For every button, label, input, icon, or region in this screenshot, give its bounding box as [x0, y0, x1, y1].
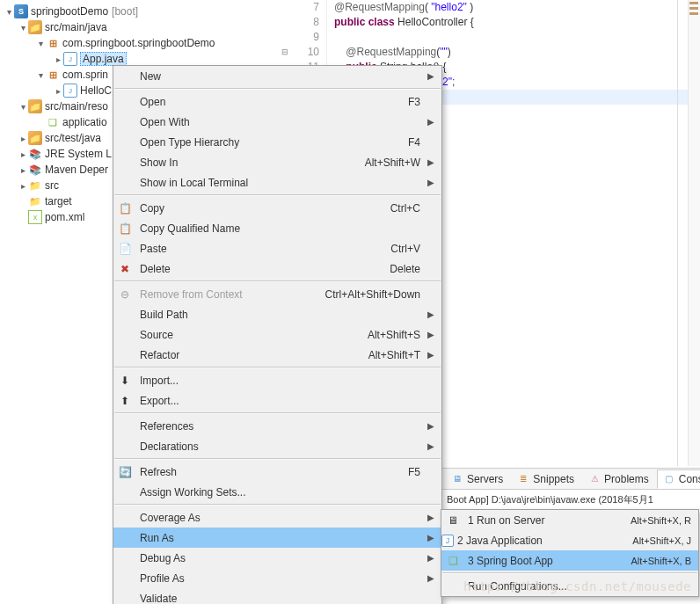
menu-item-validate[interactable]: Validate: [113, 588, 441, 604]
menu-item-run-as[interactable]: Run As▶: [113, 528, 441, 548]
menu-label: Build Path: [136, 309, 426, 321]
menu-label: References: [136, 420, 426, 433]
submenu-label: 3 Spring Boot App: [464, 555, 631, 567]
package-icon: ⊞: [46, 36, 60, 50]
menu-shortcut: Alt+Shift+S: [368, 329, 426, 341]
submenu-arrow-icon: ▶: [426, 117, 436, 127]
blank-icon: [113, 132, 136, 152]
menu-item-paste[interactable]: 📄PasteCtrl+V: [113, 238, 441, 258]
menu-item-remove-from-context[interactable]: ⊖Remove from ContextCtrl+Alt+Shift+Down: [113, 284, 441, 304]
menu-label: Debug As: [136, 552, 426, 564]
library-icon: 📚: [28, 147, 42, 161]
menu-item-declarations[interactable]: Declarations▶: [113, 436, 441, 456]
menu-item-debug-as[interactable]: Debug As▶: [113, 548, 441, 568]
menu-label: Paste: [136, 243, 390, 255]
menu-item-show-in[interactable]: Show InAlt+Shift+W▶: [113, 152, 441, 172]
menu-item-profile-as[interactable]: Profile As▶: [113, 568, 441, 588]
snippets-icon: ≣: [517, 473, 529, 485]
submenu-item-run-configurations[interactable]: Run Configurations...: [441, 576, 698, 596]
menu-item-references[interactable]: References▶: [113, 416, 441, 436]
tree-label-selected: App.java: [80, 52, 127, 66]
blank-icon: [113, 324, 136, 345]
menu-shortcut: Ctrl+C: [390, 202, 426, 215]
menu-label: Export...: [136, 395, 426, 407]
gutter-fold-line[interactable]: 10⊟: [290, 45, 319, 60]
chevron-down-icon[interactable]: ▾: [18, 23, 28, 33]
menu-item-refactor[interactable]: RefactorAlt+Shift+T▶: [113, 345, 441, 365]
menu-item-open-with[interactable]: Open With▶: [113, 112, 441, 132]
menu-label: Delete: [136, 263, 390, 275]
chevron-down-icon[interactable]: ▾: [4, 7, 14, 17]
submenu-label: 1 Run on Server: [464, 514, 631, 527]
chevron-right-icon[interactable]: ▸: [18, 181, 28, 191]
tree-project-root[interactable]: ▾ S springbootDemo [boot]: [0, 4, 290, 19]
menu-item-copy[interactable]: 📋CopyCtrl+C: [113, 198, 441, 218]
menu-item-source[interactable]: SourceAlt+Shift+S▶: [113, 324, 441, 345]
menu-label: Run As: [136, 532, 426, 544]
chevron-down-icon[interactable]: ▾: [35, 70, 46, 80]
chevron-down-icon[interactable]: ▾: [35, 39, 46, 48]
submenu-label: 2 Java Application: [454, 535, 632, 547]
submenu-shortcut: Alt+Shift+X, R: [631, 515, 691, 526]
menu-item-export[interactable]: ⬆Export...: [113, 390, 441, 411]
submenu-label: Run Configurations...: [464, 580, 691, 593]
tab-problems[interactable]: ⚠Problems: [582, 469, 655, 489]
menu-separator: [114, 458, 441, 460]
blank-icon: [441, 576, 464, 596]
blank-icon: [113, 345, 136, 365]
menu-label: Validate: [136, 593, 426, 605]
menu-label: Source: [136, 329, 368, 341]
chevron-right-icon[interactable]: ▸: [53, 86, 63, 96]
menu-label: Open Type Hierarchy: [136, 136, 408, 149]
blank-icon: [113, 436, 136, 456]
folder-icon: 📁: [28, 194, 42, 208]
tree-suffix: [boot]: [112, 5, 138, 18]
menu-item-build-path[interactable]: Build Path▶: [113, 304, 441, 324]
servers-icon: 🖥: [451, 473, 463, 485]
tab-servers[interactable]: 🖥Servers: [445, 469, 509, 489]
import-icon: ⬇: [113, 370, 136, 390]
menu-label: Remove from Context: [136, 288, 325, 301]
tree-item[interactable]: ▾ ⊞ com.springboot.springbootDemo: [0, 35, 290, 51]
menu-label: Refresh: [136, 466, 408, 478]
tree-item[interactable]: ▾ 📁 src/main/java: [0, 19, 290, 35]
menu-label: Coverage As: [136, 512, 426, 524]
menu-item-open-type-hierarchy[interactable]: Open Type HierarchyF4: [113, 132, 441, 152]
chevron-right-icon[interactable]: ▸: [53, 55, 63, 64]
menu-label: Open: [136, 96, 408, 108]
menu-label: Show in Local Terminal: [136, 177, 426, 189]
source-folder-icon: 📁: [28, 99, 42, 113]
menu-item-assign-working-sets[interactable]: Assign Working Sets...: [113, 482, 441, 502]
chevron-right-icon[interactable]: ▸: [18, 165, 28, 175]
submenu-arrow-icon: ▶: [426, 157, 436, 167]
chevron-right-icon[interactable]: ▸: [18, 134, 28, 143]
menu-item-copy-qualified-name[interactable]: 📋Copy Qualified Name: [113, 218, 441, 238]
menu-item-refresh[interactable]: 🔄RefreshF5: [113, 462, 441, 482]
blank-icon: [113, 507, 136, 528]
menu-item-import[interactable]: ⬇Import...: [113, 370, 441, 390]
menu-item-new[interactable]: New▶: [113, 66, 441, 86]
context-menu: New▶OpenF3Open With▶Open Type HierarchyF…: [113, 65, 442, 604]
submenu-item-3-spring-boot-app[interactable]: ❏3 Spring Boot AppAlt+Shift+X, B: [441, 550, 698, 571]
menu-label: Import...: [136, 375, 426, 387]
xml-file-icon: x: [28, 210, 42, 224]
chevron-down-icon[interactable]: ▾: [18, 102, 28, 112]
submenu-item-1-run-on-server[interactable]: 🖥1 Run on ServerAlt+Shift+X, R: [441, 510, 698, 530]
copy-q-icon: 📋: [113, 218, 136, 238]
submenu-item-2-java-application[interactable]: J2 Java ApplicationAlt+Shift+X, J: [441, 530, 698, 550]
menu-label: Profile As: [136, 572, 426, 585]
menu-label: Show In: [136, 156, 365, 169]
bottom-panel: 🖥Servers ≣Snippets ⚠Problems ▢Console Bo…: [441, 468, 700, 510]
menu-label: Assign Working Sets...: [136, 486, 426, 498]
chevron-right-icon[interactable]: ▸: [18, 149, 28, 159]
menu-item-show-in-local-terminal[interactable]: Show in Local Terminal▶: [113, 172, 441, 193]
boot-icon: ❏: [441, 550, 464, 571]
tab-console[interactable]: ▢Console: [657, 469, 700, 489]
menu-item-open[interactable]: OpenF3: [113, 91, 441, 112]
paste-icon: 📄: [113, 238, 136, 258]
copy-icon: 📋: [113, 198, 136, 218]
tab-snippets[interactable]: ≣Snippets: [511, 469, 580, 489]
menu-item-coverage-as[interactable]: Coverage As▶: [113, 507, 441, 528]
package-icon: ⊞: [46, 68, 60, 82]
menu-item-delete[interactable]: ✖DeleteDelete: [113, 258, 441, 279]
